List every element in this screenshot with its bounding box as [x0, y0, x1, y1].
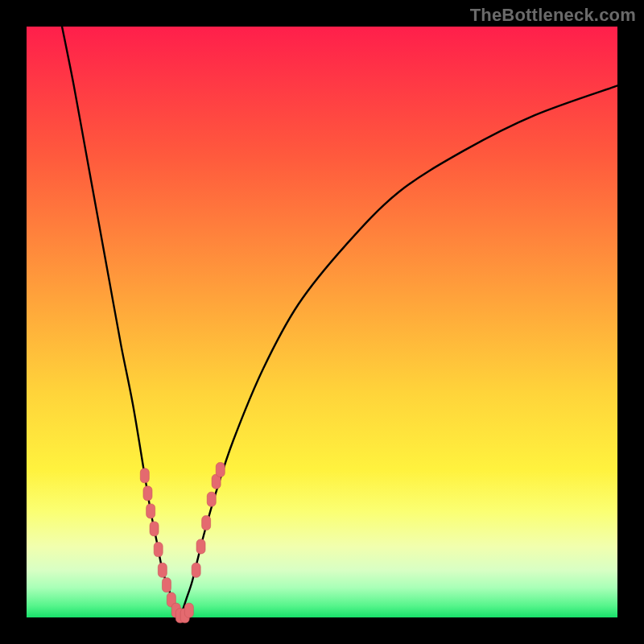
marker-point	[154, 543, 163, 557]
marker-group	[140, 463, 225, 623]
curve-right-branch	[180, 85, 617, 617]
marker-point	[140, 469, 149, 483]
marker-point	[192, 563, 200, 577]
marker-point	[158, 563, 167, 577]
marker-point	[196, 539, 205, 554]
marker-point	[147, 504, 155, 518]
marker-point	[162, 578, 171, 592]
marker-point	[202, 516, 211, 530]
marker-point	[207, 492, 216, 506]
app-frame: TheBottleneck.com	[0, 0, 644, 644]
curve-left-branch	[62, 27, 180, 617]
marker-point	[143, 486, 152, 501]
marker-point	[184, 603, 193, 617]
marker-point	[150, 522, 159, 536]
watermark-text: TheBottleneck.com	[470, 5, 636, 26]
marker-point	[216, 463, 225, 477]
chart-svg	[27, 27, 617, 617]
